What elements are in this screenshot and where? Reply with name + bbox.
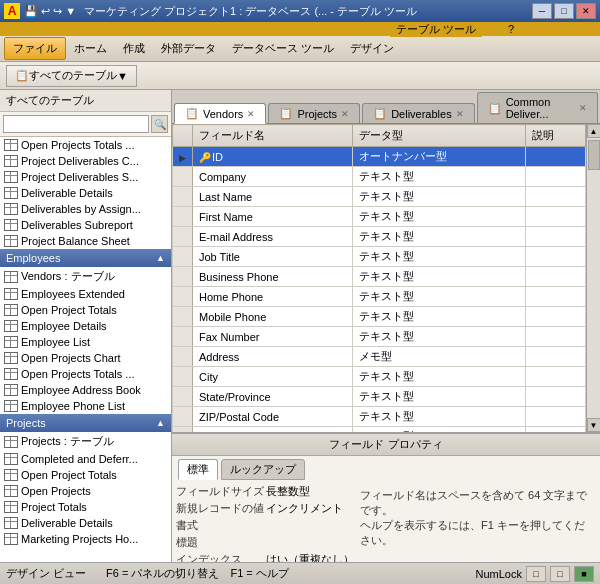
- data-type-cell: オートナンバー型: [352, 147, 525, 167]
- table-row[interactable]: State/Provinceテキスト型: [173, 387, 586, 407]
- list-item[interactable]: Employee List: [0, 334, 171, 350]
- description-cell: [525, 207, 585, 227]
- section-employees[interactable]: Employees ▲: [0, 249, 171, 267]
- field-name-cell: Home Phone: [193, 287, 353, 307]
- description-cell: [525, 267, 585, 287]
- property-row: インデックスはい（重複なし）: [176, 552, 356, 562]
- table-row[interactable]: Fax Numberテキスト型: [173, 327, 586, 347]
- chevron-up-icon: ▲: [156, 253, 165, 263]
- properties-rows: フィールドサイズ長整数型新規レコードの値インクリメント書式標題インデックスはい（…: [176, 484, 356, 562]
- table-row[interactable]: ▶🔑IDオートナンバー型: [173, 147, 586, 167]
- scroll-down-button[interactable]: ▼: [587, 418, 601, 432]
- list-item[interactable]: Open Projects Chart: [0, 350, 171, 366]
- data-type-cell: テキスト型: [352, 387, 525, 407]
- search-bar: 🔍: [0, 112, 171, 137]
- table-row[interactable]: First Nameテキスト型: [173, 207, 586, 227]
- search-button[interactable]: 🔍: [151, 115, 168, 133]
- list-item[interactable]: Open Project Totals: [0, 467, 171, 483]
- tab-projects[interactable]: 📋 Projects ✕: [268, 103, 360, 123]
- menu-create[interactable]: 作成: [115, 38, 153, 59]
- list-item[interactable]: Deliverable Details: [0, 515, 171, 531]
- data-type-cell: テキスト型: [352, 327, 525, 347]
- table-row[interactable]: Home Phoneテキスト型: [173, 287, 586, 307]
- field-name-cell: First Name: [193, 207, 353, 227]
- field-table: フィールド名 データ型 説明 ▶🔑IDオートナンバー型Companyテキスト型L…: [172, 124, 586, 432]
- list-item[interactable]: Open Projects: [0, 483, 171, 499]
- list-item[interactable]: Open Projects Totals ...: [0, 137, 171, 153]
- data-type-cell: テキスト型: [352, 287, 525, 307]
- table-row[interactable]: ZIP/Postal Codeテキスト型: [173, 407, 586, 427]
- list-item[interactable]: Project Balance Sheet: [0, 233, 171, 249]
- all-tables-btn[interactable]: 📋 すべてのテーブル ▼: [6, 65, 137, 87]
- list-item[interactable]: Open Projects Totals ...: [0, 366, 171, 382]
- data-type-cell: テキスト型: [352, 267, 525, 287]
- row-selector: [173, 167, 193, 187]
- search-input[interactable]: [3, 115, 149, 133]
- list-item-employee-address-book[interactable]: Employee Address Book: [0, 382, 171, 398]
- data-type-cell: テキスト型: [352, 247, 525, 267]
- table-row[interactable]: Mobile Phoneテキスト型: [173, 307, 586, 327]
- list-item[interactable]: Projects : テーブル: [0, 432, 171, 451]
- table-row[interactable]: Addressメモ型: [173, 347, 586, 367]
- tab-deliverables[interactable]: 📋 Deliverables ✕: [362, 103, 475, 123]
- menu-external-data[interactable]: 外部データ: [153, 38, 224, 59]
- property-label: 新規レコードの値: [176, 501, 266, 516]
- row-selector: [173, 187, 193, 207]
- list-item[interactable]: Deliverables Subreport: [0, 217, 171, 233]
- menu-home[interactable]: ホーム: [66, 38, 115, 59]
- table-row[interactable]: Business Phoneテキスト型: [173, 267, 586, 287]
- list-item[interactable]: Project Deliverables S...: [0, 169, 171, 185]
- list-item[interactable]: Completed and Deferr...: [0, 451, 171, 467]
- list-item[interactable]: Vendors : テーブル: [0, 267, 171, 286]
- tab-common-deliverables[interactable]: 📋 Common Deliver... ✕: [477, 92, 598, 123]
- tab-close-vendors[interactable]: ✕: [247, 109, 255, 119]
- toolbar: 📋 すべてのテーブル ▼: [0, 62, 600, 90]
- table-row[interactable]: Last Nameテキスト型: [173, 187, 586, 207]
- list-item-employee[interactable]: Employee Phone List: [0, 398, 171, 414]
- menu-bar: ファイル ホーム 作成 外部データ データベース ツール デザイン: [0, 36, 600, 62]
- data-type-cell: テキスト型: [352, 227, 525, 247]
- table-row[interactable]: Job Titleテキスト型: [173, 247, 586, 267]
- maximize-button[interactable]: □: [554, 3, 574, 19]
- tab-vendors[interactable]: 📋 Vendors ✕: [174, 103, 266, 124]
- table-view: フィールド名 データ型 説明 ▶🔑IDオートナンバー型Companyテキスト型L…: [172, 124, 600, 562]
- menu-database-tools[interactable]: データベース ツール: [224, 38, 342, 59]
- description-cell: [525, 367, 585, 387]
- prop-tab-standard[interactable]: 標準: [178, 459, 218, 480]
- list-item[interactable]: Marketing Projects Ho...: [0, 531, 171, 547]
- scroll-thumb[interactable]: [588, 140, 600, 170]
- status-indicator-2: □: [550, 566, 570, 582]
- scroll-up-button[interactable]: ▲: [587, 124, 601, 138]
- table-row[interactable]: Companyテキスト型: [173, 167, 586, 187]
- close-button[interactable]: ✕: [576, 3, 596, 19]
- list-item[interactable]: Project Deliverables C...: [0, 153, 171, 169]
- vertical-scrollbar[interactable]: ▲ ▼: [586, 124, 600, 432]
- section-projects[interactable]: Projects ▲: [0, 414, 171, 432]
- table-row[interactable]: E-mail Addressテキスト型: [173, 227, 586, 247]
- row-selector: [173, 407, 193, 427]
- tab-close-common[interactable]: ✕: [579, 103, 587, 113]
- list-item-employee-details[interactable]: Employee Details: [0, 318, 171, 334]
- tab-close-deliverables[interactable]: ✕: [456, 109, 464, 119]
- menu-design[interactable]: デザイン: [342, 38, 402, 59]
- list-item[interactable]: Deliverable Details: [0, 185, 171, 201]
- right-panel: 📋 Vendors ✕ 📋 Projects ✕ 📋 Deliverables …: [172, 90, 600, 562]
- list-item[interactable]: Open Project Totals: [0, 302, 171, 318]
- table-icon: 📋: [15, 69, 29, 82]
- tab-close-projects[interactable]: ✕: [341, 109, 349, 119]
- field-name-cell: ZIP/Postal Code: [193, 407, 353, 427]
- list-item[interactable]: Project Totals: [0, 499, 171, 515]
- list-item[interactable]: Deliverables by Assign...: [0, 201, 171, 217]
- title-text: マーケティング プロジェクト1 : データベース (... - テーブル ツール: [84, 4, 532, 19]
- data-type-cell: テキスト型: [352, 407, 525, 427]
- prop-tab-lookup[interactable]: ルックアップ: [221, 459, 305, 480]
- row-selector: [173, 287, 193, 307]
- description-cell: [525, 187, 585, 207]
- status-bar: デザイン ビュー F6 = パネルの切り替え F1 = ヘルプ NumLock …: [0, 562, 600, 584]
- list-item-employees-extended[interactable]: Employees Extended: [0, 286, 171, 302]
- table-row[interactable]: Cityテキスト型: [173, 367, 586, 387]
- menu-file[interactable]: ファイル: [4, 37, 66, 60]
- status-view: デザイン ビュー: [6, 566, 86, 581]
- minimize-button[interactable]: ─: [532, 3, 552, 19]
- main-content: すべてのテーブル 🔍 Open Projects Totals ... Proj…: [0, 90, 600, 562]
